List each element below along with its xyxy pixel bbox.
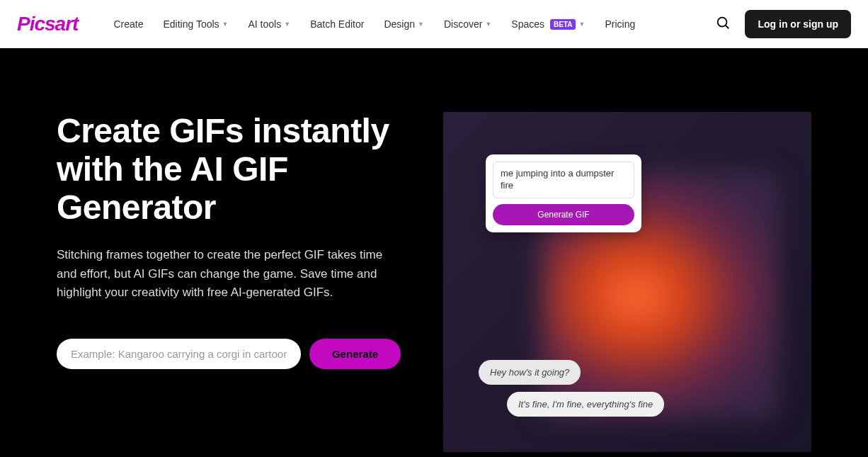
prompt-form: Generate (57, 339, 401, 369)
nav-label: Batch Editor (310, 18, 364, 30)
header-actions: Log in or sign up (715, 10, 851, 38)
chevron-down-icon: ▼ (578, 21, 585, 28)
hero-illustration: me jumping into a dumpster fire Generate… (443, 112, 811, 452)
nav-pricing[interactable]: Pricing (605, 18, 635, 30)
demo-prompt-text: me jumping into a dumpster fire (493, 162, 634, 198)
nav-ai-tools[interactable]: AI tools▼ (249, 18, 291, 30)
brand-logo[interactable]: Picsart (17, 13, 78, 35)
chat-bubble: It's fine, I'm fine, everything's fine (507, 392, 664, 417)
generate-button[interactable]: Generate (309, 339, 401, 369)
chevron-down-icon: ▼ (222, 21, 229, 28)
nav-label: Pricing (605, 18, 635, 30)
svg-line-1 (726, 26, 729, 29)
chevron-down-icon: ▼ (418, 21, 424, 28)
nav-label: AI tools (249, 18, 282, 30)
search-icon[interactable] (715, 15, 731, 33)
hero-title: Create GIFs instantly with the AI GIF Ge… (57, 112, 401, 226)
demo-frame: me jumping into a dumpster fire Generate… (507, 154, 748, 424)
beta-badge: BETA (550, 19, 576, 30)
demo-prompt-card: me jumping into a dumpster fire Generate… (486, 154, 641, 232)
chevron-down-icon: ▼ (284, 21, 290, 28)
nav-label: Create (113, 18, 143, 30)
nav-create[interactable]: Create (113, 18, 143, 30)
nav-label: Discover (444, 18, 482, 30)
login-button[interactable]: Log in or sign up (745, 10, 851, 38)
prompt-input[interactable] (57, 339, 301, 369)
nav-discover[interactable]: Discover▼ (444, 18, 491, 30)
nav-batch-editor[interactable]: Batch Editor (310, 18, 364, 30)
demo-chat-bubbles: Hey how's it going? It's fine, I'm fine,… (479, 360, 664, 417)
nav-design[interactable]: Design▼ (384, 18, 424, 30)
main-header: Picsart Create Editing Tools▼ AI tools▼ … (0, 0, 868, 48)
nav-label: Spaces (511, 18, 544, 30)
demo-generate-button: Generate GIF (493, 204, 634, 225)
nav-label: Editing Tools (163, 18, 219, 30)
chat-bubble: Hey how's it going? (479, 360, 581, 385)
svg-point-0 (718, 18, 727, 27)
hero-content: Create GIFs instantly with the AI GIF Ge… (57, 112, 401, 452)
hero-section: Create GIFs instantly with the AI GIF Ge… (0, 48, 868, 457)
chevron-down-icon: ▼ (485, 21, 491, 28)
main-nav: Create Editing Tools▼ AI tools▼ Batch Ed… (113, 18, 715, 30)
hero-description: Stitching frames together to create the … (57, 246, 401, 302)
nav-spaces[interactable]: SpacesBETA▼ (511, 18, 585, 30)
nav-editing-tools[interactable]: Editing Tools▼ (163, 18, 228, 30)
nav-label: Design (384, 18, 415, 30)
